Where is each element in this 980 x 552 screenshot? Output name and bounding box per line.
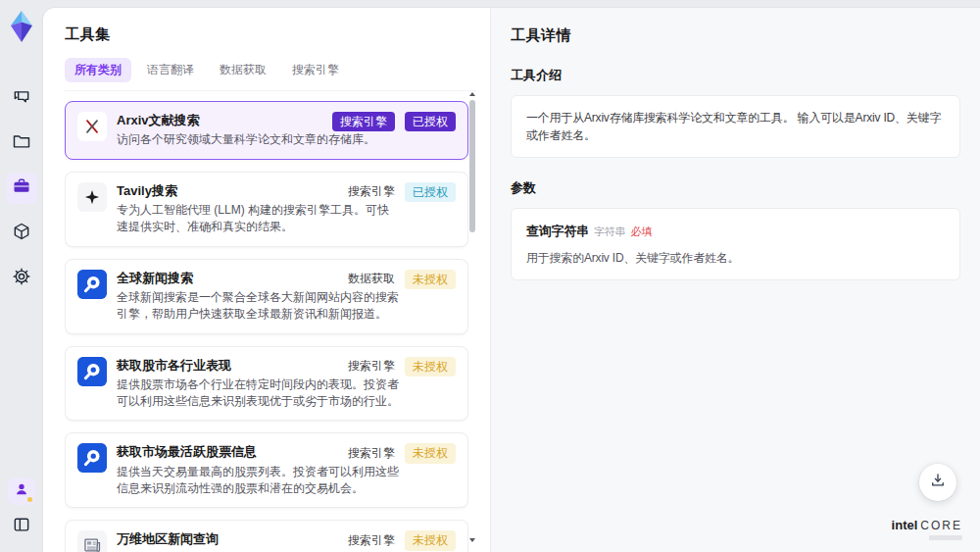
panel-toggle-icon <box>12 515 31 538</box>
category-label: 搜索引擎 <box>348 358 395 375</box>
folder-icon <box>12 131 31 155</box>
newspaper-icon <box>77 530 107 552</box>
tool-name: 万维地区新闻查询 <box>117 530 375 548</box>
cube-icon <box>12 222 31 245</box>
arxiv-logo-icon <box>77 112 107 141</box>
news-search-icon <box>77 357 107 386</box>
detail-title: 工具详情 <box>511 26 960 45</box>
tab-language-translation[interactable]: 语言翻译 <box>137 58 204 82</box>
intel-core-logo: intelCORE <box>892 517 962 540</box>
tool-card-global-news[interactable]: 全球新闻搜索 全球新闻搜索是一个聚合全球各大新闻网站内容的搜索引擎，帮助用户快速… <box>65 259 468 334</box>
tool-description: 访问各个研究领域大量科学论文和文章的存储库。 <box>117 131 375 148</box>
sidebar-item-settings[interactable] <box>6 263 37 294</box>
briefcase-icon <box>12 176 31 200</box>
list-scrollbar[interactable] <box>468 92 476 542</box>
category-badge: 搜索引擎 <box>332 112 395 131</box>
status-dot <box>27 497 32 502</box>
collapse-sidebar-button[interactable] <box>6 511 37 542</box>
core-brand-text: CORE <box>920 519 962 532</box>
tab-all-categories[interactable]: 所有类别 <box>65 58 131 82</box>
intro-heading: 工具介绍 <box>511 67 960 84</box>
tool-description: 全球新闻搜索是一个聚合全球各大新闻网站内容的搜索引擎，帮助用户快速获取全球最新资… <box>117 289 399 324</box>
tool-detail-section: 工具详情 工具介绍 一个用于从Arxiv存储库搜索科学论文和文章的工具。 输入可… <box>490 8 980 552</box>
param-type: 字符串 <box>594 226 625 237</box>
tab-data-fetch[interactable]: 数据获取 <box>210 58 276 82</box>
rail-nav <box>6 82 37 294</box>
tavily-star-icon <box>77 182 107 212</box>
auth-status-badge: 已授权 <box>405 112 456 131</box>
rail-bottom <box>6 477 37 542</box>
sidebar-item-models[interactable] <box>6 218 37 249</box>
tool-description: 提供股票市场各个行业在特定时间段内的表现。投资者可以利用这些信息来识别表现优于或… <box>117 376 399 411</box>
param-header: 查询字符串字符串必填 <box>526 222 945 241</box>
chat-icon <box>12 86 31 110</box>
auth-status-badge: 已授权 <box>405 182 456 202</box>
intel-brand-text: intel <box>892 518 918 532</box>
category-label: 搜索引擎 <box>348 445 395 462</box>
intro-box: 一个用于从Arxiv存储库搜索科学论文和文章的工具。 输入可以是Arxiv ID… <box>511 95 960 158</box>
scrollbar-thumb[interactable] <box>469 100 475 232</box>
tool-card-regional-news[interactable]: 万维地区新闻查询 查询具体行政区划内的新闻，快速了解各地新闻动 搜索引擎 未授权 <box>65 520 468 552</box>
params-heading: 参数 <box>511 179 960 197</box>
auth-status-badge: 未授权 <box>405 357 456 376</box>
intel-logo-subbar <box>929 535 962 540</box>
tab-search-engine[interactable]: 搜索引擎 <box>282 58 349 82</box>
page-title: 工具集 <box>65 25 490 44</box>
main-panel: 工具集 所有类别 语言翻译 数据获取 搜索引擎 Arxiv文献搜索 访问各个研究… <box>43 8 980 552</box>
scroll-up-arrow-icon[interactable] <box>469 92 475 96</box>
app-logo-icon <box>6 10 37 43</box>
param-box: 查询字符串字符串必填 用于搜索的Arxiv ID、关键字或作者姓名。 <box>511 208 960 280</box>
tool-card-most-active-stocks[interactable]: 获取市场最活跃股票信息 提供当天交易量最高的股票列表。投资者可以利用这些信息来识… <box>65 432 468 508</box>
category-label: 数据获取 <box>348 271 395 287</box>
category-tabs: 所有类别 语言翻译 数据获取 搜索引擎 <box>65 58 476 91</box>
tool-list: Arxiv文献搜索 访问各个研究领域大量科学论文和文章的存储库。 搜索引擎 已授… <box>65 101 468 552</box>
app-rail <box>0 0 43 552</box>
sidebar-item-chat[interactable] <box>6 82 37 114</box>
news-search-icon <box>77 270 107 299</box>
download-button[interactable] <box>919 464 956 501</box>
param-description: 用于搜索的Arxiv ID、关键字或作者姓名。 <box>526 249 945 267</box>
category-label: 搜索引擎 <box>348 532 395 549</box>
tool-description: 专为人工智能代理 (LLM) 构建的搜索引擎工具。可快速提供实时、准确和真实的结… <box>117 202 399 236</box>
gear-icon <box>12 267 31 290</box>
tool-card-sector-performance[interactable]: 获取股市各行业表现 提供股票市场各个行业在特定时间段内的表现。投资者可以利用这些… <box>65 346 468 422</box>
tool-card-arxiv[interactable]: Arxiv文献搜索 访问各个研究领域大量科学论文和文章的存储库。 搜索引擎 已授… <box>65 101 468 160</box>
sidebar-item-tools[interactable] <box>6 173 37 204</box>
param-required-flag: 必填 <box>630 226 652 237</box>
user-avatar[interactable] <box>8 477 35 505</box>
auth-status-badge: 未授权 <box>405 270 456 289</box>
sidebar-item-files[interactable] <box>6 127 37 159</box>
download-icon <box>929 472 947 493</box>
tool-description: 提供当天交易量最高的股票列表。投资者可以利用这些信息来识别流动性强的股票和潜在的… <box>117 464 399 498</box>
tool-card-tavily[interactable]: Tavily搜索 专为人工智能代理 (LLM) 构建的搜索引擎工具。可快速提供实… <box>65 172 468 247</box>
scroll-down-arrow-icon[interactable] <box>469 538 475 542</box>
auth-status-badge: 未授权 <box>405 530 456 550</box>
news-search-icon <box>77 443 107 473</box>
auth-status-badge: 未授权 <box>405 443 456 463</box>
param-name: 查询字符串 <box>526 224 589 238</box>
tool-list-section: 工具集 所有类别 语言翻译 数据获取 搜索引擎 Arxiv文献搜索 访问各个研究… <box>43 8 490 552</box>
category-label: 搜索引擎 <box>348 183 395 200</box>
